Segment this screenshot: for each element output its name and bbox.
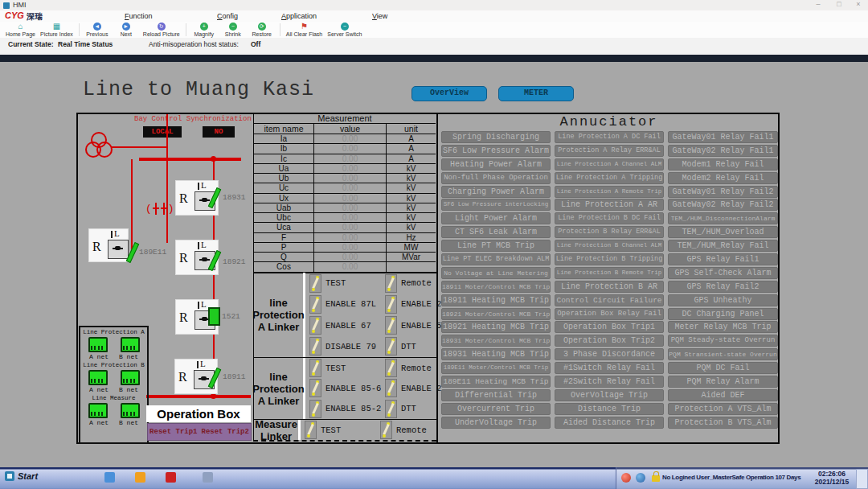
toolbar-button-picture-index[interactable]: ▦Picture Index (40, 23, 73, 37)
linker-state-label: ENABLE 87L (326, 299, 381, 309)
quick-launch-shield-icon[interactable] (166, 472, 176, 483)
linker-switch-icon[interactable] (385, 400, 397, 418)
annunciator-tile: Line Protection A DC Fail (555, 131, 664, 143)
linker-switch-icon[interactable] (385, 316, 397, 335)
device-group-line-protection-b: Line Protection BA netB net (80, 362, 147, 393)
quick-launch-window-icon[interactable] (203, 472, 213, 483)
minimize-icon[interactable]: – (810, 0, 826, 10)
disconnector-189E11-icon[interactable] (125, 241, 138, 262)
annunciator-tile: 189E11 Heating MCB Trip (441, 376, 551, 388)
linker-switch-icon[interactable] (385, 295, 397, 314)
linker-switch-icon[interactable] (309, 274, 321, 293)
toolbar-button-server-switch[interactable]: −Server Switch (327, 23, 362, 37)
measurement-item-name: Ux (254, 194, 314, 203)
show-desktop-button[interactable] (856, 469, 868, 489)
measurement-item-name: Uab (254, 203, 314, 213)
menu-function[interactable]: Function (125, 12, 153, 20)
annunciator-tile: TEM_/HUM_Overload (668, 226, 778, 238)
annunciator-tile: GPS Unheathy (668, 294, 778, 306)
linker-section-line-protection-a-linker-2: line Protection A LinkerTESTRemoteENABLE… (254, 357, 436, 419)
device-port-labels: A netB net (89, 386, 138, 393)
measurement-value: 0.00 (314, 243, 387, 253)
linker-switch-icon[interactable] (380, 421, 392, 439)
port-label: A net (89, 353, 108, 360)
toolbar-button-previous[interactable]: ◄Previous (85, 23, 109, 37)
reset-trip2-button[interactable]: Reset Trip2 (202, 428, 249, 436)
menu-application[interactable]: Application (281, 12, 317, 20)
linker-switch-icon[interactable] (309, 316, 321, 335)
quick-launch-viewer-icon[interactable] (104, 472, 115, 483)
close-icon[interactable]: × (850, 0, 866, 10)
reset-trip1-button[interactable]: Reset Trip1 (149, 428, 197, 436)
annunciator-tile: PQM Steady-state Overrun (668, 335, 778, 347)
switch-label: 1521 (222, 312, 240, 321)
disconnector-18931-icon[interactable] (207, 187, 220, 208)
busbar-bottom (146, 395, 251, 398)
annunciator-tile: Control Circuit Failure (555, 294, 664, 306)
linker-switch-icon[interactable] (385, 359, 397, 377)
main-frame: Bay Control Synchronization LOCAL NO ( ) (76, 113, 780, 444)
breaker-control-189E11[interactable]: LR (88, 228, 129, 262)
measurement-unit: kV (387, 183, 436, 193)
linker-switch-icon[interactable] (385, 379, 397, 397)
tray-lock-icon[interactable] (652, 475, 660, 482)
annunciator-tile: Modem1 Relay Fail (668, 158, 778, 171)
linker-switch-icon[interactable] (385, 274, 397, 293)
overview-button[interactable]: OverView (411, 86, 487, 101)
device-ports (88, 337, 140, 352)
linker-switch-icon[interactable] (305, 421, 317, 439)
toolbar-button-all-clear-flash[interactable]: ⚑All Clear Flash (286, 23, 323, 37)
annunciator-tile: 18921 Moter/Control MCB Trip (441, 308, 551, 320)
toolbar-button-home-page[interactable]: ⌂Home Page (6, 23, 35, 37)
previous-icon: ◄ (93, 23, 101, 31)
linker-state-label: ENABLE 85-21 (326, 404, 381, 413)
picture-index-icon: ▦ (53, 23, 60, 31)
maximize-icon[interactable]: □ (831, 0, 847, 10)
toolbar-button-restore[interactable]: ⟳Restore (250, 23, 274, 37)
quick-launch-alarm-icon[interactable] (135, 472, 145, 483)
linker-state-label: TEST (326, 364, 381, 373)
server-switch-icon: − (341, 23, 349, 31)
annunciator-column-3: GateWay01 Relay Fail1GateWay02 Relay Fai… (668, 131, 778, 430)
linker-switch-icon[interactable] (385, 337, 397, 355)
linker-switch-icon[interactable] (309, 379, 321, 397)
disconnector-18911-icon[interactable] (207, 367, 220, 388)
annunciator-tile: Distance Trip (555, 403, 664, 415)
switch-label: 18921 (223, 257, 246, 266)
annunciator-tile: UnderVoltage Trip (441, 417, 551, 429)
toolbar-button-label: Magnify (194, 31, 214, 37)
linker-switch-icon[interactable] (309, 295, 321, 314)
menu-view[interactable]: View (372, 12, 387, 20)
annunciator-tile: GPS Self-Check Alarm (668, 267, 778, 279)
toolbar-button-reload-picture[interactable]: ↻Reload Picture (143, 23, 180, 37)
clock-date: 2021/12/15 (809, 478, 854, 486)
toolbar-button-shrink[interactable]: −Shrink (221, 23, 245, 37)
disconnector-18921-icon[interactable] (207, 249, 220, 270)
measurement-header-value: value (314, 124, 387, 134)
meter-button[interactable]: METER (498, 86, 574, 101)
tray-alarm-orb-icon[interactable] (621, 473, 631, 483)
linker-section-line-protection-a-linker-1: line Protection A LinkerTESTRemoteENABLE… (254, 272, 436, 357)
measurement-value: 0.00 (314, 144, 387, 154)
start-button[interactable]: Start (5, 471, 38, 481)
measurement-header-unit: unit (387, 124, 436, 134)
annunciator-tile: 18931 Moter/Control MCB Trip (441, 335, 551, 347)
menu-config[interactable]: Config (217, 12, 238, 20)
annunciator-tile: Meter Relay MCB Trip (668, 321, 778, 333)
network-port-icon (121, 337, 140, 352)
linker-switch-icon[interactable] (309, 359, 321, 377)
toolbar-button-next[interactable]: ►Next (114, 23, 138, 37)
toolbar-button-magnify[interactable]: +Magnify (192, 23, 216, 37)
hmi-canvas: Line to Muang Kasi OverView METER Bay Co… (0, 62, 868, 467)
tray-network-orb-icon[interactable] (636, 473, 645, 483)
bay-sync-label: Bay Control Synchronization (134, 115, 252, 123)
toolbar-button-label: Previous (86, 31, 108, 37)
circuit-breaker-1521-icon[interactable] (208, 307, 220, 326)
toolbar-button-label: All Clear Flash (286, 31, 323, 37)
annunciator-tile: Non-full Phase Operation (441, 172, 551, 184)
linker-state-label: Remote (396, 425, 436, 435)
linker-switch-icon[interactable] (309, 400, 321, 418)
linker-switch-icon[interactable] (309, 337, 321, 355)
annunciator-tile: 18911 Moter/Control MCB Trip (441, 281, 551, 293)
measurement-unit: kV (387, 194, 436, 203)
